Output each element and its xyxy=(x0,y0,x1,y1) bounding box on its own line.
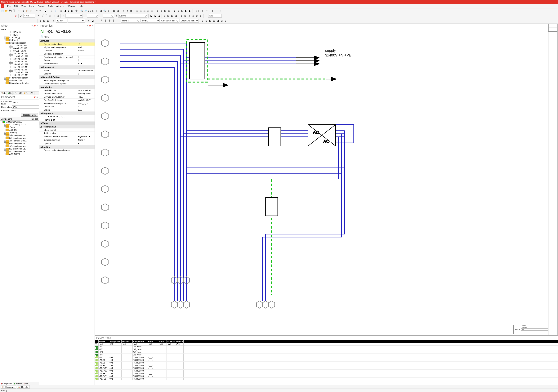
property-row[interactable]: DevDes-EL-Internal=A1+S1.G-Q1 xyxy=(39,99,95,102)
expand-icon[interactable]: + xyxy=(4,142,6,144)
zoom-dropdown-icon[interactable]: ▾ xyxy=(107,9,110,13)
group4-icon[interactable]: ⊞ xyxy=(167,9,171,13)
table-cell[interactable]: =A1 xyxy=(109,364,122,367)
apply-icon[interactable]: 📄 xyxy=(40,35,43,38)
property-row[interactable]: Sheet format xyxy=(39,128,95,132)
checkbox[interactable] xyxy=(9,69,11,71)
table-row[interactable]: -A1.F1=A1TS8808.500--___- xyxy=(95,364,558,367)
table-cell[interactable] xyxy=(167,367,175,369)
tree-item[interactable]: 14 =A1 +S1.MP xyxy=(0,63,39,66)
expand-icon[interactable]: + xyxy=(4,79,6,81)
misc-e-icon[interactable]: ⊕ xyxy=(195,14,199,17)
run2-icon[interactable]: ▶ xyxy=(177,9,180,13)
dropdown-icon[interactable]: ▾ xyxy=(78,142,79,145)
layer4-icon[interactable]: ▭ xyxy=(147,9,150,13)
table-cell[interactable]: =A1 xyxy=(109,356,122,359)
property-value[interactable]: data sheet ref... xyxy=(78,89,93,91)
property-value[interactable]: All ▾ xyxy=(78,62,93,65)
menu-addons[interactable]: Add-ons xyxy=(55,4,66,8)
component-item[interactable]: + 3D-Harness Desi... xyxy=(0,139,39,142)
dim-icon[interactable]: ↔ xyxy=(215,9,218,13)
t3-end2-icon[interactable]: ⊡ xyxy=(205,19,208,23)
t3-width-input[interactable] xyxy=(56,19,67,23)
table-cell[interactable] xyxy=(156,351,167,353)
misc-b-icon[interactable]: ⊞ xyxy=(183,14,187,17)
checkbox[interactable] xyxy=(11,53,13,54)
group2-icon[interactable]: ⊞ xyxy=(160,9,163,13)
save-all-icon[interactable]: 🗄 xyxy=(12,9,16,13)
dropdown-icon[interactable]: ▾ xyxy=(80,62,82,65)
collapse-icon[interactable]: ◢ xyxy=(40,126,42,128)
collapse-icon[interactable]: ◢ xyxy=(40,40,42,42)
tree-item[interactable]: 18 =A1 +S1.MP xyxy=(0,74,39,76)
checkbox[interactable] xyxy=(11,71,13,73)
tab-component[interactable]: ▮Component xyxy=(0,382,13,385)
color2-icon[interactable]: ◪ xyxy=(153,14,157,17)
table-row[interactable]: -A1.F+D1=A1TS8808.500--___- xyxy=(95,375,558,378)
table-cell[interactable]: TS8808.500- xyxy=(133,378,145,380)
checkbox[interactable] xyxy=(9,47,11,49)
property-row[interactable]: PanelFrontViewSymbolNAS_1_D xyxy=(39,102,95,105)
t3-g-icon[interactable]: ▫ xyxy=(26,19,29,23)
table-cell[interactable]: -___- xyxy=(145,364,156,367)
misc-a-icon[interactable]: ⊞ xyxy=(180,14,183,17)
table-cell[interactable] xyxy=(175,370,183,372)
layer5-icon[interactable]: ▭ xyxy=(150,9,154,13)
table-cell[interactable]: =A1 xyxy=(109,370,122,372)
table-cell[interactable]: TS8808.500- xyxy=(133,362,145,364)
expand-icon[interactable]: - xyxy=(1,121,3,123)
t3-b-icon[interactable]: ▫ xyxy=(5,19,8,23)
properties-body[interactable]: ◢DeviceDevice designation-Q11Higher leve… xyxy=(39,39,95,385)
table-row[interactable]: -W41/2_Hose xyxy=(95,354,558,356)
property-row[interactable]: Higher level assignment=A1 xyxy=(39,46,95,49)
misc-c-icon[interactable]: ◇ xyxy=(187,14,191,17)
results-tab[interactable]: 📊Results xyxy=(17,385,30,389)
menu-insert[interactable]: Insert xyxy=(27,4,36,8)
checkbox[interactable] xyxy=(9,55,11,57)
paragraph-icon[interactable]: ¶ xyxy=(122,9,125,13)
filter-device[interactable]: <All> xyxy=(99,343,109,345)
checkbox[interactable] xyxy=(9,34,11,36)
property-value[interactable]: 0 xyxy=(78,105,93,108)
line-style-select[interactable]: ──── xyxy=(65,14,83,17)
property-row[interactable]: Boolean_expression xyxy=(39,52,95,55)
table-cell[interactable] xyxy=(156,348,167,351)
menu-file[interactable]: File xyxy=(6,4,12,8)
tree-item[interactable]: - 03-circuit diagram xyxy=(0,42,39,44)
expand-icon[interactable]: + xyxy=(4,134,6,136)
t3-h-icon[interactable]: ▫ xyxy=(29,19,33,23)
zoom-sel-icon[interactable]: ◲ xyxy=(95,9,99,13)
property-row[interactable]: Default template symbol xyxy=(39,82,95,85)
wiretype-select[interactable]: H07Z-K xyxy=(121,19,140,23)
drawing-canvas[interactable]: AC AC supply 3x400V +N +PE xyxy=(95,24,558,335)
collapse-icon[interactable]: ◢ xyxy=(40,76,42,78)
expand-icon[interactable]: + xyxy=(4,137,6,139)
tree-item[interactable]: 9 =A1 +S1.MP xyxy=(0,50,39,52)
paste-icon[interactable]: 📋 xyxy=(26,9,29,13)
table-cell[interactable] xyxy=(122,356,133,359)
t3-j-icon[interactable]: ⊞ xyxy=(39,19,42,23)
redo-icon[interactable]: ↷ xyxy=(39,9,42,13)
layer1-icon[interactable]: ▭ xyxy=(135,9,138,13)
sheet-tab-f[interactable]: ՍF.. xyxy=(23,91,29,95)
expand-icon[interactable]: - xyxy=(4,42,6,44)
table-cell[interactable] xyxy=(122,351,133,353)
property-row[interactable]: NAS_1_D xyxy=(39,118,95,122)
tree-item[interactable]: + 01-topology xyxy=(0,36,39,39)
table-cell[interactable] xyxy=(175,351,183,353)
expand-icon[interactable]: + xyxy=(4,77,6,79)
property-row[interactable]: PowerLoss0 xyxy=(39,105,95,108)
pin-icon[interactable]: 📌 xyxy=(89,25,91,27)
expand-icon[interactable]: + xyxy=(4,148,6,150)
table-cell[interactable]: -W2 xyxy=(99,348,109,351)
table-cell[interactable]: -A1.B1 xyxy=(99,359,109,361)
table-cell[interactable] xyxy=(175,346,183,348)
checkbox[interactable] xyxy=(11,66,13,68)
table-cell[interactable]: TS8808.500- xyxy=(133,370,145,372)
property-row[interactable]: Options ▾ xyxy=(39,142,95,145)
app-logo-icon[interactable]: e xyxy=(1,4,4,8)
component-item[interactable]: + 2/2-directional va... xyxy=(0,134,39,137)
wirecolor-select[interactable]: 4.0-BK xyxy=(140,19,160,23)
sheet-nav-last-icon[interactable]: ⏭ xyxy=(71,9,74,13)
table-cell[interactable]: TS8808.500- xyxy=(133,367,145,369)
